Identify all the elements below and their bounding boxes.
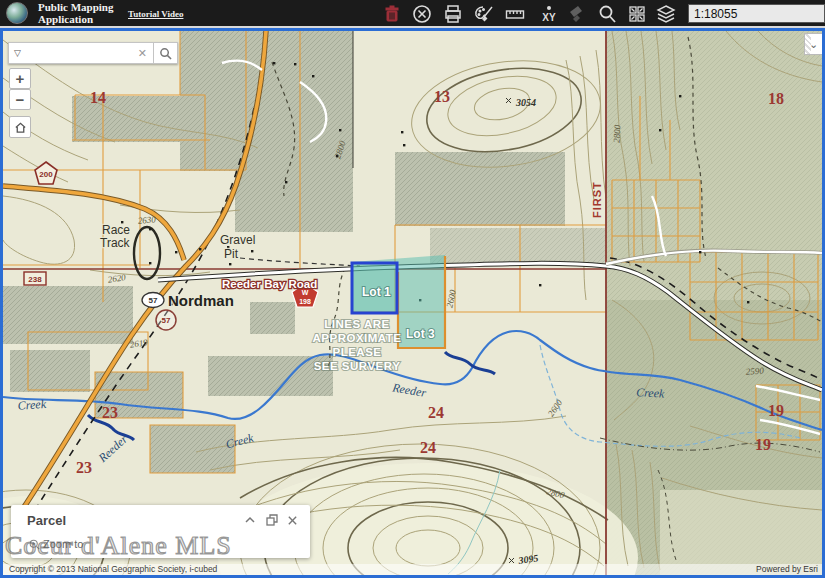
search-icon bbox=[159, 47, 172, 60]
shield-w198-number: 198 bbox=[299, 298, 311, 305]
map-container: 200 238 57 57 W 198 14 13 18 2 bbox=[0, 28, 825, 578]
zoom-to-link[interactable]: Zoom to bbox=[29, 538, 83, 550]
app-title-line2: Application bbox=[38, 13, 114, 25]
contour-label: 2800 bbox=[612, 124, 623, 143]
section-number: 18 bbox=[768, 90, 784, 107]
zoom-out-button[interactable]: − bbox=[9, 89, 31, 110]
section-number: 24 bbox=[428, 404, 444, 421]
road-label: Reeder Bay Road bbox=[222, 278, 317, 290]
app-title-line1: Public Mapping bbox=[38, 1, 114, 13]
draw-icon[interactable] bbox=[473, 3, 495, 25]
panel-collapse-icon[interactable] bbox=[242, 512, 258, 528]
lot-3-label: Lot 3 bbox=[406, 327, 435, 341]
attribution-bar: Copyright © 2013 National Geographic Soc… bbox=[3, 564, 822, 575]
extents-icon[interactable] bbox=[626, 3, 648, 25]
contour-label: 2630 bbox=[137, 214, 156, 226]
shield-w198-letter: W bbox=[302, 289, 309, 296]
section-number: 19 bbox=[768, 402, 784, 419]
parcel-panel-title: Parcel bbox=[27, 513, 66, 528]
section-number: 19 bbox=[755, 436, 771, 453]
section-number: 14 bbox=[90, 89, 106, 106]
home-icon bbox=[14, 121, 27, 134]
boundary-label: FIRST bbox=[591, 181, 603, 218]
tutorial-video-link[interactable]: Tutorial Video bbox=[128, 9, 183, 19]
shield-57b: 57 bbox=[162, 316, 171, 325]
public-mapping-application: Public Mapping Application Tutorial Vide… bbox=[0, 0, 825, 578]
section-number: 23 bbox=[102, 404, 118, 421]
xy-coordinates-icon[interactable]: XY bbox=[538, 3, 560, 25]
lot-1-label: Lot 1 bbox=[362, 285, 391, 299]
survey-note-line: LINES ARE bbox=[324, 318, 389, 330]
shield-200: 200 bbox=[39, 170, 53, 179]
shield-57: 57 bbox=[149, 296, 158, 305]
close-circle-icon[interactable] bbox=[411, 3, 433, 25]
place-label: Pit bbox=[224, 247, 239, 261]
search-input[interactable] bbox=[26, 45, 132, 61]
print-icon[interactable] bbox=[442, 3, 464, 25]
section-number: 13 bbox=[434, 88, 450, 105]
section-number: 23 bbox=[76, 459, 92, 476]
panel-collapse-tab[interactable]: ⌄ bbox=[804, 33, 822, 55]
place-label: Track bbox=[100, 236, 131, 250]
search-tool-icon[interactable] bbox=[596, 3, 618, 25]
layers-icon[interactable] bbox=[655, 3, 677, 25]
home-extent-button[interactable] bbox=[9, 116, 31, 138]
powered-by-text: Powered by Esri bbox=[756, 564, 818, 575]
creek-label: Creek bbox=[636, 385, 666, 401]
section-number: 24 bbox=[420, 439, 436, 456]
copyright-text: Copyright © 2013 National Geographic Soc… bbox=[9, 564, 217, 575]
app-logo-icon bbox=[6, 2, 28, 24]
identify-icon[interactable] bbox=[566, 3, 588, 25]
contour-label: 2590 bbox=[746, 365, 765, 376]
collapse-tab-stripes bbox=[805, 34, 811, 54]
shield-238: 238 bbox=[28, 275, 42, 284]
panel-close-icon[interactable] bbox=[284, 512, 300, 528]
app-title: Public Mapping Application bbox=[38, 1, 114, 25]
place-label: Gravel bbox=[220, 233, 255, 247]
trash-icon[interactable] bbox=[381, 3, 403, 25]
parcel-panel: Parcel Zoom to bbox=[11, 505, 310, 558]
panel-popout-icon[interactable] bbox=[264, 512, 280, 528]
search-clear-icon[interactable]: ✕ bbox=[132, 47, 153, 60]
zoom-to-icon bbox=[29, 539, 40, 550]
map-canvas[interactable]: 200 238 57 57 W 198 14 13 18 2 bbox=[3, 31, 822, 575]
toolbar: Public Mapping Application Tutorial Vide… bbox=[0, 0, 825, 26]
zoom-in-button[interactable]: + bbox=[9, 68, 31, 89]
search-submit-button[interactable] bbox=[154, 42, 178, 64]
measure-icon[interactable] bbox=[504, 3, 526, 25]
svg-text:XY: XY bbox=[542, 12, 556, 23]
search-box: ▽ ✕ bbox=[8, 42, 154, 64]
search-source-dropdown-icon[interactable]: ▽ bbox=[9, 48, 26, 58]
scale-input[interactable] bbox=[688, 4, 825, 23]
zoom-to-label: Zoom to bbox=[43, 538, 83, 550]
survey-note-line: APPROXIMATE bbox=[313, 332, 402, 344]
survey-note-line: PLEASE bbox=[332, 346, 381, 358]
place-label: Race bbox=[102, 223, 130, 237]
survey-note-line: SEE SURVERY bbox=[314, 360, 401, 372]
creek-label: Creek bbox=[17, 397, 47, 413]
spot-elevation: 3054 bbox=[515, 97, 536, 108]
town-label: Nordman bbox=[168, 292, 234, 309]
search-widget: ▽ ✕ bbox=[8, 42, 178, 64]
